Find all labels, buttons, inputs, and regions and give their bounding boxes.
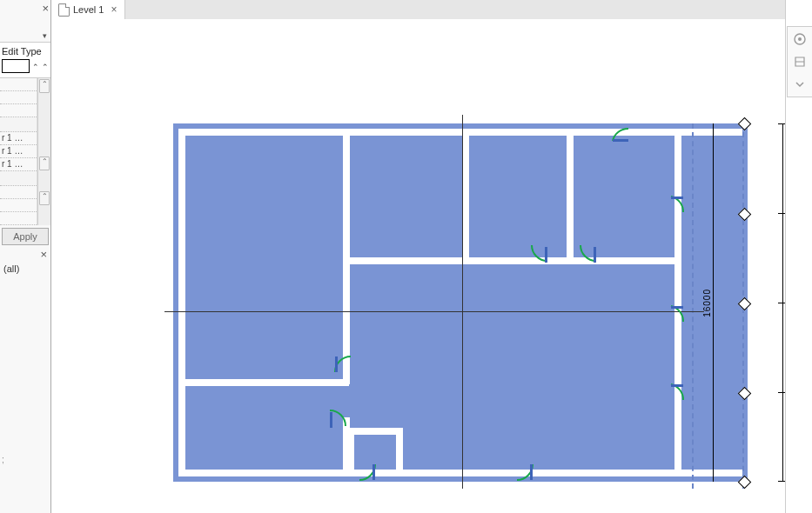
wall	[462, 134, 469, 263]
panel-header: ▾	[0, 0, 50, 43]
svg-rect-8	[671, 384, 683, 387]
floor-slab	[173, 123, 748, 482]
right-tool-strip	[785, 0, 812, 513]
drawing-canvas[interactable]: 16000 EQ EQ EQ EQ	[51, 19, 785, 513]
dimension-line	[713, 123, 714, 482]
property-list: r 1 … r 1 … r 1 … ⌃ ⌃ ⌃	[0, 78, 50, 225]
app-root: × ▾ Edit Type ⌃ ⌃ r 1 … r 1 … r 1 …	[0, 0, 812, 513]
apply-button[interactable]: Apply	[2, 228, 49, 245]
close-icon[interactable]: ×	[111, 3, 117, 16]
dimension-value: 16000	[702, 289, 712, 317]
collapse-icon[interactable]: ⌃	[42, 63, 49, 71]
prop-row[interactable]: r 1 …	[0, 132, 37, 145]
wall	[178, 129, 742, 136]
prop-row[interactable]	[0, 78, 37, 91]
axis-line	[462, 115, 463, 489]
sub-panel-header: ×	[0, 248, 50, 260]
prop-row[interactable]	[0, 91, 37, 104]
door-icon	[532, 245, 546, 259]
svg-rect-7	[671, 306, 683, 309]
door-icon	[671, 384, 685, 398]
prop-row[interactable]: r 1 …	[0, 145, 37, 158]
wall	[178, 470, 742, 476]
svg-rect-5	[594, 247, 596, 263]
prop-row[interactable]	[0, 186, 37, 199]
svg-rect-6	[671, 197, 683, 199]
scroll-up-icon[interactable]: ⌃	[39, 79, 50, 93]
footnote: ;	[2, 455, 4, 464]
wall	[184, 379, 349, 386]
door-icon	[517, 464, 531, 478]
view-tabs: Level 1 ×	[51, 0, 785, 20]
prop-row[interactable]: r 1 …	[0, 158, 37, 171]
door-icon	[671, 306, 685, 320]
prop-group[interactable]	[0, 117, 37, 132]
value-input[interactable]	[2, 59, 30, 73]
axis-line	[164, 311, 704, 312]
wall	[178, 129, 185, 476]
chevron-down-icon[interactable]	[793, 77, 807, 91]
prop-row[interactable]	[0, 104, 37, 117]
wall	[347, 257, 678, 264]
close-icon[interactable]: ×	[40, 248, 47, 261]
prop-row[interactable]	[0, 199, 37, 212]
view-area: Level 1 ×	[51, 0, 785, 513]
chevron-down-icon[interactable]: ▾	[43, 31, 47, 40]
prop-group[interactable]	[0, 171, 37, 186]
edit-type-label[interactable]: Edit Type	[2, 46, 42, 57]
document-icon	[58, 3, 70, 17]
svg-rect-0	[335, 356, 338, 372]
nav-arrow-icon[interactable]	[793, 55, 807, 69]
scroll-section-icon[interactable]: ⌃	[39, 157, 50, 170]
wall	[674, 129, 681, 476]
tab-level1[interactable]: Level 1 ×	[51, 0, 125, 19]
door-icon	[671, 197, 685, 210]
wall	[347, 428, 401, 435]
view-cube-icon[interactable]	[793, 32, 807, 46]
svg-rect-2	[372, 464, 375, 480]
properties-panel: × ▾ Edit Type ⌃ ⌃ r 1 … r 1 … r 1 …	[0, 0, 51, 513]
svg-rect-1	[330, 412, 332, 428]
svg-rect-3	[530, 464, 533, 480]
edit-type-section: Edit Type ⌃ ⌃	[0, 43, 50, 78]
tab-strip	[125, 0, 786, 20]
grid-line	[692, 123, 694, 489]
prop-row[interactable]	[0, 212, 37, 225]
scroll-section-icon[interactable]: ⌃	[39, 191, 50, 205]
tab-label: Level 1	[73, 4, 104, 15]
door-icon	[335, 356, 349, 370]
door-icon	[580, 245, 594, 259]
svg-point-11	[798, 37, 802, 41]
svg-rect-4	[545, 247, 547, 263]
svg-rect-9	[613, 139, 628, 142]
wall	[567, 134, 574, 263]
right-tool-tray	[787, 26, 812, 97]
collapse-icon[interactable]: ⌃	[32, 63, 39, 71]
door-icon	[613, 129, 627, 143]
floor-plan: 16000 EQ EQ EQ EQ	[173, 123, 761, 489]
door-icon	[330, 410, 344, 424]
door-icon	[359, 464, 373, 478]
filter-all-label[interactable]: (all)	[0, 260, 50, 277]
scrollbar[interactable]: ⌃ ⌃ ⌃	[37, 78, 50, 225]
